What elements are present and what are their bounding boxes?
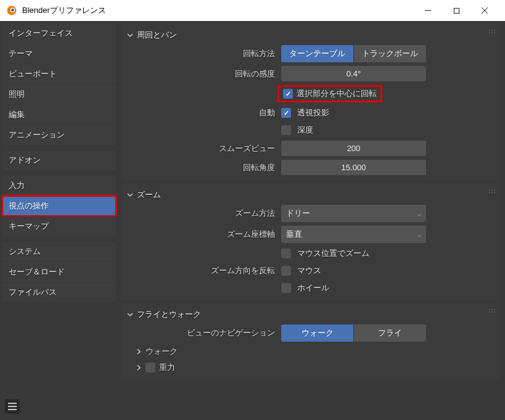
zoom-axis-select[interactable]: 垂直 ⌵ (281, 226, 426, 243)
sidebar-item-animation[interactable]: アニメーション (2, 125, 116, 145)
hamburger-icon (8, 403, 17, 410)
label-rotation-sensitivity: 回転の感度 (127, 68, 281, 80)
panel-orbit-pan: 周回とパン 回転方法 ターンテーブル トラックボール 回転の感度 0.4° (121, 23, 500, 181)
label-invert-zoom: ズーム方向を反転 (127, 265, 281, 276)
rotation-sensitivity-field[interactable]: 0.4° (281, 66, 426, 81)
label-auto: 自動 (127, 107, 281, 118)
sidebar-item-save-load[interactable]: セーブ＆ロード (2, 262, 116, 282)
sidebar-item-lights[interactable]: 照明 (2, 84, 116, 104)
sidebar-item-file-paths[interactable]: ファイルパス (2, 282, 116, 302)
chevron-down-icon: ⌵ (417, 210, 421, 217)
titlebar: Blenderプリファレンス (0, 0, 505, 21)
label-view-navigation: ビューのナビゲーション (127, 327, 281, 339)
chevron-down-icon (127, 32, 133, 38)
nav-fly-button[interactable]: フライ (353, 324, 426, 342)
panel-header-zoom[interactable]: ズーム (127, 187, 494, 203)
label-invert-mouse: マウス (297, 265, 321, 276)
sidebar: インターフェイス テーマ ビューポート 照明 編集 アニメーション アドオン 入… (0, 21, 118, 420)
panel-drag-handle[interactable] (489, 309, 495, 313)
label-smooth-view: スムーズビュー (127, 143, 281, 154)
sidebar-item-addons[interactable]: アドオン (2, 150, 116, 170)
label-zoom-axis: ズーム座標軸 (127, 229, 281, 240)
chevron-right-icon (136, 364, 142, 371)
panel-zoom: ズーム ズーム方法 ドリー ⌵ ズーム座標軸 垂直 ⌵ (121, 183, 500, 300)
panel-header-orbit[interactable]: 周回とパン (127, 27, 494, 43)
sidebar-item-viewport[interactable]: ビューポート (2, 64, 116, 84)
sidebar-item-editing[interactable]: 編集 (2, 105, 116, 125)
label-invert-wheel: ホイール (297, 282, 329, 294)
sidebar-item-navigation[interactable]: 視点の操作 (2, 196, 116, 216)
svg-point-2 (11, 9, 14, 12)
view-navigation-toggle[interactable]: ウォーク フライ (281, 324, 426, 342)
nav-walk-button[interactable]: ウォーク (281, 324, 353, 342)
panel-header-fly-walk[interactable]: フライとウォーク (127, 307, 494, 323)
subpanel-gravity[interactable]: 重力 (127, 360, 494, 376)
label-depth: 深度 (297, 125, 313, 136)
zoom-to-mouse-checkbox[interactable] (281, 249, 291, 258)
auto-perspective-checkbox[interactable] (281, 108, 291, 118)
label-zoom-to-mouse: マウス位置でズーム (297, 248, 369, 259)
panel-drag-handle[interactable] (489, 189, 495, 193)
chevron-down-icon: ⌵ (417, 231, 421, 238)
panel-fly-walk: フライとウォーク ビューのナビゲーション ウォーク フライ ウォーク 重力 (121, 303, 500, 379)
smooth-view-field[interactable]: 200 (281, 141, 426, 156)
orbit-around-selection-highlight: 選択部分を中心に回転 (277, 85, 382, 102)
chevron-right-icon (136, 348, 142, 355)
auto-depth-checkbox[interactable] (281, 125, 291, 135)
blender-logo-icon (6, 5, 17, 16)
orbit-around-selection-checkbox[interactable] (283, 89, 293, 99)
label-rotation-angle: 回転角度 (127, 162, 281, 173)
svg-rect-4 (454, 8, 459, 13)
zoom-method-select[interactable]: ドリー ⌵ (281, 205, 426, 222)
rotation-method-trackball[interactable]: トラックボール (353, 45, 426, 62)
panel-drag-handle[interactable] (489, 30, 495, 33)
rotation-method-turntable[interactable]: ターンテーブル (281, 45, 353, 62)
close-button[interactable] (470, 0, 499, 21)
window-title: Blenderプリファレンス (22, 5, 414, 16)
chevron-down-icon (127, 311, 133, 318)
invert-wheel-checkbox[interactable] (281, 283, 291, 293)
invert-mouse-checkbox[interactable] (281, 266, 291, 276)
sidebar-item-interface[interactable]: インターフェイス (2, 23, 116, 43)
content-area: 周回とパン 回転方法 ターンテーブル トラックボール 回転の感度 0.4° (118, 21, 505, 420)
label-perspective: 透視投影 (297, 107, 329, 118)
label-rotation-method: 回転方法 (127, 48, 281, 59)
subpanel-walk[interactable]: ウォーク (127, 344, 494, 360)
label-zoom-method: ズーム方法 (127, 208, 281, 219)
maximize-button[interactable] (442, 0, 470, 21)
sidebar-item-system[interactable]: システム (2, 242, 116, 261)
sidebar-item-themes[interactable]: テーマ (2, 44, 116, 64)
preferences-menu-button[interactable] (5, 399, 20, 414)
chevron-down-icon (127, 192, 133, 198)
minimize-button[interactable] (414, 0, 442, 21)
rotation-method-toggle[interactable]: ターンテーブル トラックボール (281, 45, 426, 62)
rotation-angle-field[interactable]: 15.000 (281, 160, 426, 175)
sidebar-item-input[interactable]: 入力 (2, 176, 116, 196)
label-orbit-around-selection: 選択部分を中心に回転 (297, 88, 377, 99)
sidebar-item-keymap[interactable]: キーマップ (2, 216, 116, 236)
gravity-checkbox[interactable] (146, 363, 155, 373)
